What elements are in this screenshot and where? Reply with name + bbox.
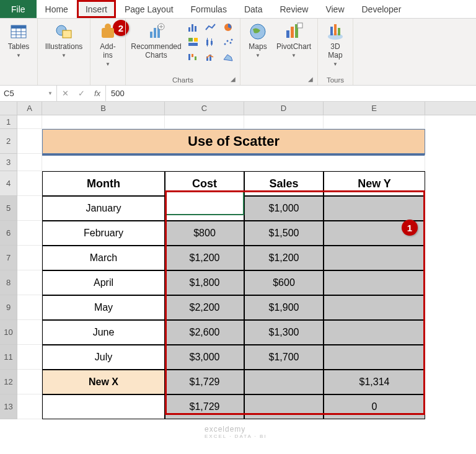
cell-B3[interactable] (42, 154, 165, 171)
cell-E5[interactable] (324, 196, 425, 221)
row-header-6[interactable]: 6 (0, 221, 17, 246)
header-sales[interactable]: Sales (244, 171, 324, 196)
row-header-3[interactable]: 3 (0, 154, 17, 171)
3d-map-button[interactable]: 3D Map ▼ (322, 20, 349, 67)
fx-icon[interactable]: fx (89, 89, 105, 98)
cell-D11[interactable]: $1,700 (244, 345, 324, 370)
waterfall-chart-button[interactable] (185, 50, 201, 64)
cell-E9[interactable] (324, 295, 425, 320)
cell-E12[interactable]: $1,314 (324, 370, 425, 394)
cell-A3[interactable] (17, 154, 42, 171)
cell-A12[interactable] (17, 370, 42, 394)
cell-C12[interactable]: $1,729 (165, 370, 244, 394)
row-header-10[interactable]: 10 (0, 320, 17, 345)
row-header-13[interactable]: 13 (0, 394, 17, 419)
cell-B8[interactable]: April (42, 270, 165, 295)
cell-B10[interactable]: June (42, 320, 165, 345)
cell-D3[interactable] (244, 154, 324, 171)
statistic-chart-button[interactable] (203, 35, 219, 49)
hierarchy-chart-button[interactable] (185, 35, 201, 49)
addins-button[interactable]: Add-ins ▼ (94, 20, 121, 67)
cell-E8[interactable] (324, 270, 425, 295)
cell-A13[interactable] (17, 394, 42, 419)
tab-formulas[interactable]: Formulas (182, 0, 236, 18)
cell-D7[interactable]: $1,200 (244, 246, 324, 270)
cell-C11[interactable]: $3,000 (165, 345, 244, 370)
formula-input[interactable]: 500 (106, 86, 476, 101)
combo-chart-button[interactable] (203, 50, 219, 64)
cell-A9[interactable] (17, 295, 42, 320)
col-header-E[interactable]: E (324, 102, 425, 115)
tab-view[interactable]: View (317, 0, 353, 18)
col-header-C[interactable]: C (165, 102, 244, 115)
cell-C13[interactable]: $1,729 (165, 394, 244, 419)
col-header-B[interactable]: B (42, 102, 165, 115)
cell-A10[interactable] (17, 320, 42, 345)
cell-B11[interactable]: July (42, 345, 165, 370)
cell-D10[interactable]: $1,300 (244, 320, 324, 345)
cell-A2[interactable] (17, 129, 42, 154)
cell-B13[interactable] (42, 394, 165, 419)
cell-C9[interactable]: $2,200 (165, 295, 244, 320)
row-header-7[interactable]: 7 (0, 246, 17, 270)
select-all-corner[interactable] (0, 102, 17, 115)
cell-E7[interactable] (324, 246, 425, 270)
cell-B12[interactable]: New X (42, 370, 165, 394)
illustrations-button[interactable]: Illustrations ▼ (42, 20, 86, 58)
header-month[interactable]: Month (42, 171, 165, 196)
col-header-A[interactable]: A (17, 102, 42, 115)
cell-E3[interactable] (324, 154, 425, 171)
tab-data[interactable]: Data (236, 0, 271, 18)
tables-button[interactable]: Tables ▼ (4, 20, 33, 58)
cell-C3[interactable] (165, 154, 244, 171)
recommended-charts-button[interactable]: Recommended Charts (130, 20, 183, 60)
surface-chart-button[interactable] (220, 50, 236, 64)
tab-page-layout[interactable]: Page Layout (116, 0, 182, 18)
cell-A4[interactable] (17, 171, 42, 196)
enter-icon[interactable]: ✓ (73, 89, 89, 98)
cell-B5[interactable]: January (42, 196, 165, 221)
column-chart-button[interactable] (185, 20, 201, 34)
cell-D5[interactable]: $1,000 (244, 196, 324, 221)
tab-developer[interactable]: Developer (353, 0, 410, 18)
cell-D13[interactable] (244, 394, 324, 419)
cell-E1[interactable] (324, 115, 425, 129)
row-header-12[interactable]: 12 (0, 370, 17, 394)
cell-B6[interactable]: February (42, 221, 165, 246)
cell-D9[interactable]: $1,900 (244, 295, 324, 320)
tab-insert[interactable]: Insert (77, 0, 116, 18)
cell-E10[interactable] (324, 320, 425, 345)
tab-home[interactable]: Home (37, 0, 77, 18)
row-header-5[interactable]: 5 (0, 196, 17, 221)
cell-D8[interactable]: $600 (244, 270, 324, 295)
tab-review[interactable]: Review (271, 0, 317, 18)
cell-C7[interactable]: $1,200 (165, 246, 244, 270)
line-chart-button[interactable] (203, 20, 219, 34)
row-header-2[interactable]: 2 (0, 129, 17, 154)
cell-E13[interactable]: 0 (324, 394, 425, 419)
cell-C5[interactable]: $500 (165, 196, 244, 221)
header-cost[interactable]: Cost (165, 171, 244, 196)
header-newy[interactable]: New Y (324, 171, 425, 196)
row-header-8[interactable]: 8 (0, 270, 17, 295)
row-header-1[interactable]: 1 (0, 115, 17, 129)
cell-A5[interactable] (17, 196, 42, 221)
cell-E11[interactable] (324, 345, 425, 370)
cell-B7[interactable]: March (42, 246, 165, 270)
sheet-title[interactable]: Use of Scatter (42, 129, 425, 154)
cell-A11[interactable] (17, 345, 42, 370)
cell-A1[interactable] (17, 115, 42, 129)
cell-D6[interactable]: $1,500 (244, 221, 324, 246)
cell-C1[interactable] (165, 115, 244, 129)
cell-D12[interactable] (244, 370, 324, 394)
scatter-chart-button[interactable] (220, 35, 236, 49)
pivotchart-button[interactable]: PivotChart ▼ (274, 20, 314, 58)
cell-B9[interactable]: May (42, 295, 165, 320)
col-header-D[interactable]: D (244, 102, 324, 115)
row-header-4[interactable]: 4 (0, 171, 17, 196)
maps-button[interactable]: Maps ▼ (244, 20, 271, 58)
cell-C6[interactable]: $800 (165, 221, 244, 246)
cell-D1[interactable] (244, 115, 324, 129)
cell-A7[interactable] (17, 246, 42, 270)
cell-C10[interactable]: $2,600 (165, 320, 244, 345)
